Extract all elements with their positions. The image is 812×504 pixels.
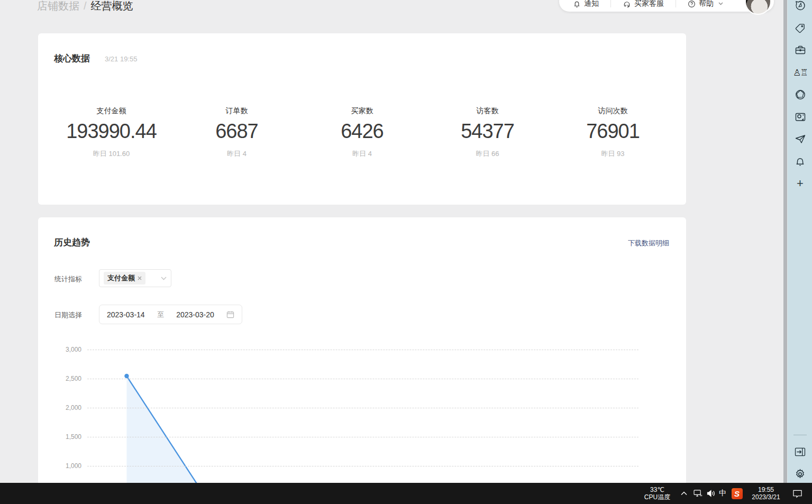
chart-ytick-label: 2,000 (49, 404, 81, 411)
bell-icon[interactable] (788, 150, 812, 172)
date-range-picker[interactable]: 2023-03-14 至 2023-03-20 (99, 305, 242, 324)
core-card-timestamp: 3/21 19:55 (105, 55, 137, 63)
metric-visitor-count[interactable]: 访客数 54377 昨日 66 (425, 106, 550, 159)
selected-metric-tag[interactable]: 支付金额 (104, 272, 145, 285)
core-card-title: 核心数据 (54, 52, 90, 65)
sidebar-divider (793, 435, 807, 435)
breadcrumb-current: 经营概览 (91, 0, 133, 13)
action-center-icon[interactable] (788, 483, 806, 504)
chart-gridline (87, 350, 638, 350)
sidebar-icon-stack: ♙♖ + (788, 0, 812, 195)
camera-icon[interactable] (788, 106, 812, 128)
help-label: 帮助 (699, 0, 714, 8)
metric-label: 订单数 (174, 106, 299, 116)
aperture-icon[interactable] (788, 84, 812, 106)
date-start-value[interactable]: 2023-03-14 (107, 310, 145, 319)
right-sidebar: ♙♖ + (787, 0, 812, 483)
metric-label: 访客数 (425, 106, 550, 116)
briefcase-icon[interactable] (788, 39, 812, 61)
tag-icon[interactable] (788, 17, 812, 39)
cpu-temp-value: 33℃ (650, 486, 664, 493)
ime-indicator[interactable]: 中 (717, 483, 728, 504)
chevron-down-icon (161, 277, 167, 280)
chart-gridline (87, 466, 638, 466)
tray-expand-button[interactable] (678, 483, 690, 504)
breadcrumb-separator: / (84, 0, 87, 12)
trend-line-chart: 3,0002,5002,0001,5001,000 (49, 342, 657, 504)
metric-filter-select[interactable]: 支付金额 (99, 269, 171, 287)
pill-divider (610, 0, 611, 7)
vertical-scrollbar[interactable] (783, 0, 787, 483)
download-data-link[interactable]: 下载数据明细 (628, 239, 669, 248)
calendar-icon (226, 310, 234, 318)
metric-order-count[interactable]: 订单数 6687 昨日 4 (174, 106, 299, 159)
breadcrumb: 店铺数据 / 经营概览 (37, 0, 133, 13)
paper-plane-icon[interactable] (788, 128, 812, 150)
taskbar-clock[interactable]: 19:55 2023/3/21 (745, 483, 787, 504)
metric-value: 6687 (174, 120, 299, 143)
chart-ytick-label: 2,500 (49, 375, 81, 382)
notification-label: 通知 (584, 0, 599, 8)
metric-yesterday: 昨日 101.60 (49, 149, 174, 159)
trend-card-title: 历史趋势 (54, 236, 90, 249)
network-icon[interactable] (691, 483, 705, 504)
bell-icon (573, 0, 581, 8)
metric-value: 54377 (425, 120, 550, 143)
metric-label: 访问次数 (550, 106, 676, 116)
taskbar-date: 2023/3/21 (752, 493, 780, 501)
chevron-down-icon (718, 2, 723, 5)
chart-gridline (87, 408, 638, 408)
metric-yesterday: 昨日 4 (299, 149, 425, 159)
date-end-value[interactable]: 2023-03-20 (176, 310, 214, 319)
chart-gridline (87, 437, 638, 437)
selected-metric-tag-label: 支付金额 (107, 273, 135, 283)
customer-service-button[interactable]: 买家客服 (623, 0, 664, 10)
metric-buyer-count[interactable]: 买家数 6426 昨日 4 (299, 106, 425, 159)
windows-taskbar: 33℃ CPU温度 中 S 19:55 2023/3/21 (0, 483, 812, 504)
metric-label: 支付金额 (49, 106, 174, 116)
chart-canvas (49, 342, 657, 504)
metric-yesterday: 昨日 66 (425, 149, 550, 159)
metric-yesterday: 昨日 4 (174, 149, 299, 159)
user-avatar[interactable] (745, 0, 771, 15)
headset-icon (623, 0, 631, 8)
metric-visit-count[interactable]: 访问次数 76901 昨日 93 (550, 106, 676, 159)
metrics-row: 支付金额 193990.44 昨日 101.60 订单数 6687 昨日 4 买… (49, 106, 676, 159)
history-trend-card: 历史趋势 下载数据明细 统计指标 支付金额 日期选择 2023-03-14 至 … (38, 217, 686, 504)
metric-label: 买家数 (299, 106, 425, 116)
chart-ytick-label: 3,000 (49, 346, 81, 353)
chart-ytick-label: 1,500 (49, 433, 81, 441)
metric-value: 193990.44 (49, 120, 174, 143)
help-button[interactable]: 帮助 (688, 0, 723, 10)
metric-value: 6426 (299, 120, 425, 143)
tag-close-icon[interactable] (138, 276, 142, 280)
volume-icon[interactable] (705, 483, 717, 504)
chess-pieces-icon[interactable]: ♙♖ (788, 61, 812, 84)
core-data-card: 核心数据 3/21 19:55 支付金额 193990.44 昨日 101.60… (38, 33, 686, 205)
notification-button[interactable]: 通知 (573, 0, 599, 10)
metric-yesterday: 昨日 93 (550, 149, 676, 159)
date-to-text: 至 (157, 310, 164, 319)
cpu-temp-tray-item[interactable]: 33℃ CPU温度 (637, 483, 677, 504)
plus-icon[interactable]: + (788, 172, 812, 195)
topbar-pill: 通知 买家客服 帮助 (559, 0, 774, 12)
help-circle-icon (688, 0, 696, 8)
date-filter-label: 日期选择 (54, 310, 82, 320)
metric-payment-amount[interactable]: 支付金额 193990.44 昨日 101.60 (49, 106, 174, 159)
chart-ytick-label: 1,000 (49, 462, 81, 470)
chat-bubble-app-icon[interactable] (788, 0, 812, 17)
cpu-temp-label: CPU温度 (644, 493, 670, 501)
metric-filter-label: 统计指标 (54, 274, 82, 284)
chart-gridline (87, 379, 638, 379)
sogou-input-icon[interactable]: S (730, 483, 744, 504)
pill-divider (676, 0, 676, 7)
metric-value: 76901 (550, 120, 676, 143)
collapse-panel-icon[interactable] (788, 441, 812, 463)
customer-service-label: 买家客服 (634, 0, 664, 8)
settings-gear-icon[interactable] (788, 463, 812, 485)
taskbar-time: 19:55 (758, 486, 774, 493)
breadcrumb-parent[interactable]: 店铺数据 (37, 0, 79, 13)
